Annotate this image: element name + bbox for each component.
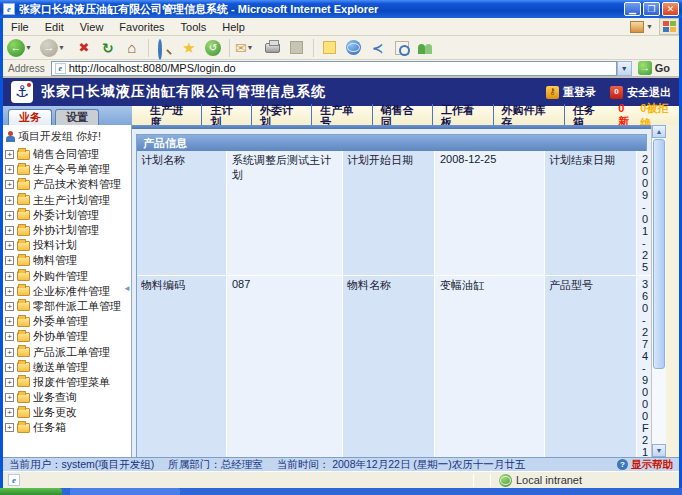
expand-icon[interactable]: +	[5, 423, 14, 432]
menu-item[interactable]: Favorites	[111, 18, 172, 35]
arc-icon: ≺	[372, 40, 384, 56]
discuss-button[interactable]	[319, 37, 341, 59]
sidebar-item[interactable]: + 外购件管理	[5, 269, 129, 284]
expand-icon[interactable]: +	[5, 363, 14, 372]
go-button[interactable]: → Go	[632, 61, 676, 75]
address-label: Address	[8, 63, 45, 74]
nav-item[interactable]: 主计划	[202, 104, 252, 128]
relogin-link[interactable]: ⚷ 重登录	[546, 85, 596, 100]
main-area: 项目开发组 你好! + 销售合同管理 + 生产令号单管理 + 产品技术资料	[3, 125, 679, 457]
toolbar-separator	[229, 39, 230, 57]
nav-item[interactable]: 生产进度	[142, 104, 202, 128]
sidebar-item[interactable]: + 主生产计划管理	[5, 193, 129, 208]
sidebar-item[interactable]: + 生产令号单管理	[5, 162, 129, 177]
mail-button[interactable]: ✉▼	[235, 37, 260, 59]
sidebar-item[interactable]: + 外协单管理	[5, 329, 129, 344]
scroll-down-icon[interactable]: ▼	[652, 444, 666, 457]
minimize-button[interactable]: ▁	[624, 2, 641, 16]
expand-icon[interactable]: +	[5, 332, 14, 341]
expand-icon[interactable]: +	[5, 393, 14, 402]
nav-item[interactable]: 销售合同	[373, 104, 433, 128]
nav-item[interactable]: 外购件库存	[494, 104, 565, 128]
nav-item[interactable]: 任务箱	[565, 104, 614, 128]
field-label: 计划结束日期	[545, 151, 637, 276]
sidebar-collapse-handle[interactable]: ◄	[123, 284, 131, 293]
nav-item[interactable]: 外委计划	[252, 104, 312, 128]
sidebar-item[interactable]: + 产品派工单管理	[5, 344, 129, 359]
tab-business[interactable]: 业务	[8, 109, 52, 125]
field-value: 系统调整后测试主计划	[227, 151, 343, 276]
research-button[interactable]	[391, 37, 413, 59]
expand-icon[interactable]: +	[5, 180, 14, 189]
search-button[interactable]	[154, 37, 176, 59]
expand-icon[interactable]: +	[5, 302, 14, 311]
show-help-link[interactable]: ? 显示帮助	[617, 458, 673, 472]
maximize-button[interactable]: ❐	[643, 2, 660, 16]
stop-button[interactable]: ✖	[73, 37, 95, 59]
sidebar-item[interactable]: + 产品技术资料管理	[5, 177, 129, 192]
sidebar-item[interactable]: + 外协计划管理	[5, 223, 129, 238]
windows-taskbar[interactable]	[0, 488, 682, 495]
expand-icon[interactable]: +	[5, 287, 14, 296]
sidebar-item[interactable]: + 外委计划管理	[5, 208, 129, 223]
back-button[interactable]: ←▼	[7, 37, 38, 59]
taskbar-button[interactable]	[70, 488, 180, 495]
home-button[interactable]: ⌂	[121, 37, 143, 59]
sidebar-item[interactable]: + 投料计划	[5, 238, 129, 253]
history-button[interactable]: ↺	[202, 37, 224, 59]
sidebar-item[interactable]: + 报废件管理菜单	[5, 375, 129, 390]
menu-item[interactable]: File	[3, 18, 37, 35]
menu-item[interactable]: Help	[214, 18, 253, 35]
expand-icon[interactable]: +	[5, 378, 14, 387]
app-header: ⚓ 张家口长城液压油缸有限公司管理信息系统 ⚷ 重登录 0 安全退出	[3, 78, 679, 106]
expand-icon[interactable]: +	[5, 196, 14, 205]
nav-item[interactable]: 工作看板	[433, 104, 493, 128]
messenger-button[interactable]	[415, 37, 437, 59]
addon-dropdown-icon[interactable]: ▼	[646, 23, 653, 30]
expand-icon[interactable]: +	[5, 241, 14, 250]
sidebar-item[interactable]: + 业务查询	[5, 390, 129, 405]
edit-button[interactable]	[286, 37, 308, 59]
forward-button[interactable]: →▼	[40, 37, 71, 59]
expand-icon[interactable]: +	[5, 317, 14, 326]
company-logo: ⚓	[11, 81, 33, 103]
close-button[interactable]: ✕	[662, 2, 679, 16]
tab-settings[interactable]: 设置	[55, 109, 99, 125]
favorites-button[interactable]: ★	[178, 37, 200, 59]
refresh-button[interactable]: ↻	[97, 37, 119, 59]
ie-page-icon: e	[3, 3, 15, 15]
sidebar-item[interactable]: + 任务箱	[5, 420, 129, 435]
nav-item[interactable]: 生产单号	[312, 104, 372, 128]
expand-icon[interactable]: +	[5, 408, 14, 417]
folder-icon	[17, 317, 30, 327]
sidebar-item[interactable]: + 销售合同管理	[5, 147, 129, 162]
sidebar-item[interactable]: + 零部件派工单管理	[5, 299, 129, 314]
page-scrollbar[interactable]: ▲ ▼	[651, 125, 666, 457]
scrollbar-thumb[interactable]	[653, 139, 665, 369]
expand-icon[interactable]: +	[5, 348, 14, 357]
expand-icon[interactable]: +	[5, 211, 14, 220]
menu-item[interactable]: Edit	[37, 18, 72, 35]
plugin-button[interactable]: ≺	[367, 37, 389, 59]
sidebar-item[interactable]: + 企业标准件管理	[5, 284, 129, 299]
addon-icon[interactable]	[630, 21, 644, 33]
menu-item[interactable]: View	[72, 18, 112, 35]
sidebar-item[interactable]: + 外委单管理	[5, 314, 129, 329]
scroll-up-icon[interactable]: ▲	[652, 125, 666, 138]
folder-icon	[17, 362, 30, 372]
sidebar-item[interactable]: + 物料管理	[5, 253, 129, 268]
expand-icon[interactable]: +	[5, 150, 14, 159]
expand-icon[interactable]: +	[5, 272, 14, 281]
browser-button[interactable]	[343, 37, 365, 59]
address-dropdown-icon[interactable]: ▼	[617, 61, 632, 76]
sidebar-item[interactable]: + 业务更改	[5, 405, 129, 420]
expand-icon[interactable]: +	[5, 256, 14, 265]
address-input[interactable]	[69, 62, 616, 74]
logout-link[interactable]: 0 安全退出	[610, 85, 671, 100]
menu-item[interactable]: Tools	[173, 18, 215, 35]
expand-icon[interactable]: +	[5, 165, 14, 174]
start-button[interactable]	[0, 488, 62, 495]
print-button[interactable]	[262, 37, 284, 59]
sidebar-item[interactable]: + 缴送单管理	[5, 360, 129, 375]
expand-icon[interactable]: +	[5, 226, 14, 235]
